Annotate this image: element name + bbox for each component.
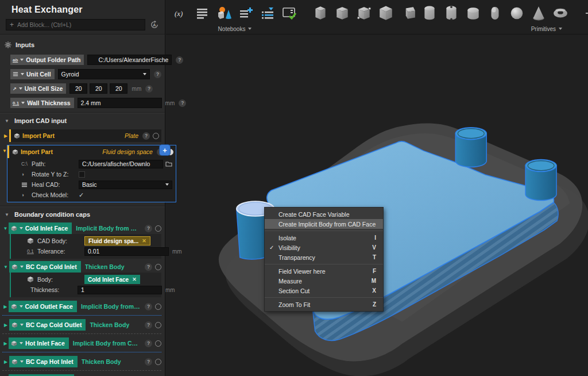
cone-icon[interactable] [529,3,548,23]
expand-triangle-icon[interactable]: ▶ [2,323,9,328]
help-icon[interactable]: ? [142,132,150,140]
unit-cell-size-x-field[interactable] [69,83,87,94]
rotate-y-to-z-checkbox[interactable] [79,171,85,178]
section-import-cad[interactable]: ▼ Import CAD input [0,115,165,126]
primitives-dropdown[interactable]: Primitives [311,24,570,33]
cad-body-chip[interactable]: Fluid design spa... ✕ [84,236,150,245]
help-icon[interactable]: ? [145,263,152,271]
block-chip[interactable]: Cold Inlet Face [9,222,72,234]
list-highlight-icon[interactable] [258,3,277,23]
capsule-icon[interactable] [485,3,505,23]
folder-icon[interactable] [165,160,172,167]
block-bc-cap-hot-inlet[interactable]: ▶ BC Cap Hot Inlet Thicken Body ? [2,356,161,371]
status-circle[interactable] [155,340,161,347]
status-circle[interactable] [155,359,161,365]
help-icon[interactable]: ? [145,321,152,329]
remove-icon[interactable]: ✕ [132,277,137,282]
parallelepiped-icon[interactable] [398,3,417,23]
sphere-icon[interactable] [507,3,527,23]
block-bc-cap-cold-inlet[interactable]: ▼ BC Cap Cold Inlet Thicken Body ? [2,261,161,297]
block-chip[interactable]: BC Cap Cold Inlet [9,261,81,273]
section-inputs[interactable]: Inputs [0,39,165,51]
collapse-triangle-icon[interactable]: ▼ [2,145,7,202]
block-chip-unit-cell[interactable]: Unit Cell [10,69,55,79]
menu-item-section-cut[interactable]: Section Cut X [265,286,383,296]
section-boundary-caps[interactable]: ▼ Boundary condition caps [0,209,165,220]
ruled-list-icon[interactable] [192,3,212,23]
expand-triangle-icon[interactable]: ▶ [2,133,9,139]
block-chip-output-folder[interactable]: ab Output Folder Path [10,55,84,65]
list-add-icon[interactable] [236,3,256,23]
menu-item-isolate[interactable]: Isolate I [265,233,383,243]
notebooks-dropdown[interactable]: Notebooks [171,24,299,33]
point-icon[interactable] [582,3,588,23]
block-cold-inlet-face[interactable]: ▼ Cold Inlet Face Implicit Body from CAD… [2,222,161,259]
menu-item-measure[interactable]: Measure M [265,276,383,286]
body-chip[interactable]: Cold Inlet Face ✕ [84,275,140,284]
viewport-3d[interactable] [166,34,588,376]
expand-triangle-icon[interactable]: ▶ [2,304,9,309]
menu-item-create-implicit-body[interactable]: Create Implicit Body from CAD Face [265,219,383,229]
block-import-part-fluid-selected[interactable]: Import Part Fluid design space ? C:\ Pat… [7,145,176,202]
main-toolbar: (x) [166,0,588,34]
help-icon[interactable]: ? [154,71,161,78]
status-circle[interactable] [155,304,161,310]
help-icon[interactable]: ? [145,340,152,347]
block-import-part-plate[interactable]: ▶ Import Part Plate ? [2,129,161,142]
output-folder-path-field[interactable] [87,55,172,65]
menu-item-field-viewer[interactable]: Field Viewer here F [265,266,383,276]
block-chip-wall-thickness[interactable]: 0.1 Wall Thickness [10,98,74,108]
collapse-triangle-icon[interactable]: ▼ [2,226,9,231]
box-points-icon[interactable] [354,3,374,23]
add-to-notebook-button[interactable]: + [160,145,170,155]
expand-triangle-icon[interactable]: ▶ [2,359,9,365]
menu-separator [265,264,383,264]
status-circle[interactable] [153,133,159,139]
menu-item-zoom-to-fit[interactable]: Zoom To Fit Z [265,300,383,309]
block-chip-unit-cell-size[interactable]: ↗ Unit Cell Size [10,83,66,94]
block-hot-inlet-face[interactable]: ▶ Hot Inlet Face Implicit Body from CAD … [2,337,161,352]
cylinder-points-icon[interactable] [442,3,461,23]
auto-run-icon[interactable]: A [150,20,159,29]
menu-item-transparency[interactable]: Transparency T [265,252,383,262]
unit-cell-size-z-field[interactable] [110,83,127,94]
status-circle[interactable] [155,225,161,232]
box-2-icon[interactable] [332,3,352,23]
status-circle[interactable] [155,264,161,270]
torus-icon[interactable] [551,3,570,23]
block-cold-outlet-face[interactable]: ▶ Cold Outlet Face Implicit Body from CA… [2,301,161,316]
cylinder-icon[interactable] [420,3,439,23]
block-bc-cap-cold-outlet[interactable]: ▶ BC Cap Cold Outlet Thicken Body ? [2,319,161,334]
notebook-check-icon[interactable] [280,3,299,23]
remove-icon[interactable]: ✕ [142,238,146,244]
add-block-input[interactable] [17,21,141,28]
cylinder-short-icon[interactable] [463,3,483,23]
thickness-field[interactable] [78,286,162,294]
function-icon[interactable]: (x) [171,3,190,23]
help-icon[interactable]: ? [145,303,152,310]
unit-cell-select[interactable]: Gyroid [58,69,150,79]
unit-cell-size-y-field[interactable] [90,83,107,94]
help-icon[interactable]: ? [145,85,153,93]
menu-item-create-cad-face-variable[interactable]: Create CAD Face Variable [265,209,383,219]
vectors-dropdown[interactable]: Vectors [582,24,588,33]
check-model-checkbox[interactable]: ✓ [79,191,84,199]
cube-icon[interactable] [376,3,396,23]
status-circle[interactable] [155,322,161,328]
menu-item-visibility[interactable]: ✓ Visibility V [265,243,383,252]
help-icon[interactable]: ? [179,99,186,107]
expand-triangle-icon[interactable]: ▶ [2,341,9,346]
wall-thickness-field[interactable] [78,98,162,108]
box-icon[interactable] [311,3,330,23]
shapes-icon[interactable] [214,3,234,23]
help-icon[interactable]: ? [145,225,152,232]
cad-path-field[interactable] [79,160,163,168]
tolerance-field[interactable] [84,247,169,256]
collapse-triangle-icon[interactable]: ▼ [5,118,10,124]
help-icon[interactable]: ? [176,56,183,64]
add-block-bar[interactable]: + [6,19,145,30]
collapse-triangle-icon[interactable]: ▼ [5,212,10,217]
help-icon[interactable]: ? [145,358,152,366]
heal-cad-select[interactable]: Basic [79,181,172,189]
collapse-triangle-icon[interactable]: ▼ [2,264,9,270]
